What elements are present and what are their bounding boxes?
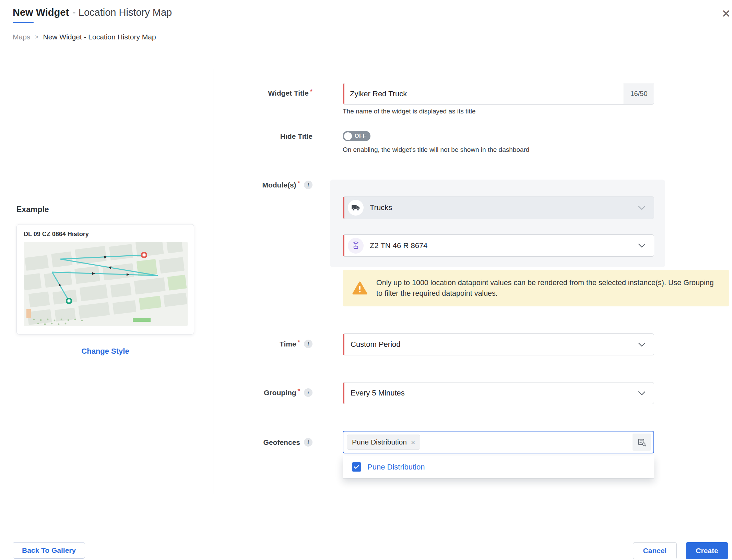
widget-title-field: 16/50 bbox=[343, 83, 654, 105]
info-icon[interactable]: i bbox=[304, 181, 312, 189]
char-counter: 16/50 bbox=[624, 83, 654, 104]
required-asterisk: * bbox=[298, 180, 300, 187]
chevron-down-icon bbox=[638, 243, 646, 248]
hide-title-toggle[interactable]: OFF bbox=[343, 131, 370, 141]
chevron-down-icon bbox=[638, 342, 646, 347]
example-card-title: DL 09 CZ 0864 History bbox=[24, 231, 187, 238]
chevron-down-icon bbox=[638, 391, 646, 395]
example-heading: Example bbox=[16, 205, 49, 214]
info-icon[interactable]: i bbox=[304, 340, 312, 348]
required-asterisk: * bbox=[298, 339, 300, 346]
grouping-label: Grouping* i bbox=[210, 388, 312, 397]
geofence-option[interactable]: Pune Distribution bbox=[343, 456, 654, 478]
geofence-picker-icon[interactable] bbox=[633, 434, 651, 451]
page-title-primary: New Widget bbox=[13, 7, 69, 18]
geofence-chip: Pune Distribution × bbox=[347, 435, 420, 450]
warning-banner: Only up to 1000 location datapoint value… bbox=[343, 270, 729, 306]
geofence-option-label: Pune Distribution bbox=[367, 463, 425, 472]
warning-icon bbox=[352, 281, 367, 295]
chevron-down-icon bbox=[638, 206, 646, 210]
toggle-knob bbox=[344, 132, 352, 140]
info-icon[interactable]: i bbox=[304, 388, 312, 397]
widget-title-input[interactable] bbox=[343, 83, 624, 104]
chip-remove-icon[interactable]: × bbox=[411, 439, 415, 446]
hide-title-label: Hide Title bbox=[210, 132, 312, 141]
module-select-value: Trucks bbox=[370, 203, 392, 212]
instance-select-value: Z2 TN 46 R 8674 bbox=[370, 241, 427, 250]
required-asterisk: * bbox=[310, 88, 312, 95]
geofences-input[interactable]: Pune Distribution × bbox=[343, 431, 654, 453]
page-title-secondary: - Location History Map bbox=[72, 7, 172, 18]
create-button[interactable]: Create bbox=[686, 542, 728, 559]
page-title: New Widget - Location History Map bbox=[13, 7, 172, 18]
breadcrumb-current: New Widget - Location History Map bbox=[43, 33, 156, 41]
checkbox-checked-icon[interactable] bbox=[352, 462, 361, 472]
widget-title-helper: The name of the widget is displayed as i… bbox=[343, 108, 476, 115]
breadcrumb-separator: > bbox=[35, 33, 38, 41]
geofence-chip-label: Pune Distribution bbox=[352, 438, 407, 446]
gps-tracker-icon bbox=[348, 238, 364, 254]
hide-title-helper: On enabling, the widget's title will not… bbox=[343, 146, 529, 154]
time-select[interactable]: Custom Period bbox=[343, 333, 654, 355]
close-icon[interactable]: ✕ bbox=[719, 6, 732, 21]
grouping-select[interactable]: Every 5 Minutes bbox=[343, 382, 654, 404]
required-asterisk: * bbox=[298, 387, 300, 395]
back-to-gallery-button[interactable]: Back To Gallery bbox=[13, 542, 85, 559]
geofences-label: Geofences i bbox=[210, 438, 312, 447]
footer-divider bbox=[0, 537, 732, 537]
geofences-dropdown: Pune Distribution bbox=[343, 456, 654, 478]
widget-title-label: Widget Title* bbox=[210, 89, 312, 97]
breadcrumb: Maps > New Widget - Location History Map bbox=[13, 33, 156, 41]
map-preview-image bbox=[24, 242, 188, 326]
time-select-value: Custom Period bbox=[351, 340, 401, 349]
module-select[interactable]: Trucks bbox=[343, 196, 654, 219]
warning-text: Only up to 1000 location datapoint value… bbox=[376, 278, 716, 299]
change-style-button[interactable]: Change Style bbox=[16, 347, 194, 356]
instance-select[interactable]: Z2 TN 46 R 8674 bbox=[343, 234, 654, 257]
time-label: Time* i bbox=[210, 340, 312, 348]
breadcrumb-maps[interactable]: Maps bbox=[13, 33, 30, 41]
grouping-select-value: Every 5 Minutes bbox=[351, 389, 405, 398]
info-icon[interactable]: i bbox=[304, 438, 312, 447]
cancel-button[interactable]: Cancel bbox=[633, 542, 677, 559]
toggle-state-label: OFF bbox=[355, 133, 366, 139]
example-preview-card: DL 09 CZ 0864 History bbox=[16, 224, 194, 334]
truck-icon bbox=[348, 200, 364, 216]
title-accent-underline bbox=[13, 22, 34, 23]
modules-label: Module(s)* i bbox=[210, 181, 312, 189]
